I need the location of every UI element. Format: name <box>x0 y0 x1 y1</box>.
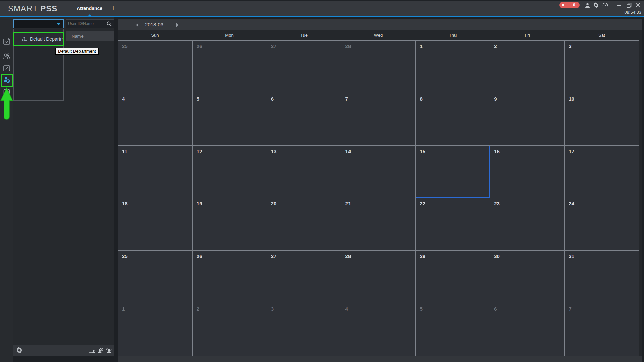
user-icon[interactable] <box>585 2 590 8</box>
titlebar: SMART PSS Attendance + 0 08:54:33 <box>0 0 644 17</box>
calendar-cell[interactable]: 13 <box>267 146 341 198</box>
dropdown-item-default-department[interactable]: Default Department <box>14 33 63 45</box>
calendar-cell[interactable]: 5 <box>416 303 490 356</box>
calendar-cell[interactable]: 25 <box>118 251 192 303</box>
day-number: 9 <box>494 96 497 102</box>
day-header-fri: Fri <box>490 30 565 40</box>
calendar-cell-selected[interactable]: 15 <box>416 146 490 198</box>
close-icon[interactable] <box>635 3 640 8</box>
day-number: 17 <box>569 148 574 154</box>
calendar-cell[interactable]: 30 <box>490 251 564 303</box>
calendar-cell[interactable]: 4 <box>118 93 192 145</box>
calendar-cell[interactable]: 18 <box>118 198 192 250</box>
day-header-mon: Mon <box>192 30 267 40</box>
calendar-cell[interactable]: 1 <box>416 41 490 93</box>
calendar-cell[interactable]: 6 <box>267 93 341 145</box>
calendar-cell[interactable]: 12 <box>193 146 267 198</box>
calendar-cell[interactable]: 24 <box>565 198 639 250</box>
calendar-cell[interactable]: 28 <box>341 251 416 303</box>
department-combobox[interactable] <box>13 19 64 28</box>
restore-icon[interactable] <box>627 3 632 8</box>
personnel-icon[interactable] <box>3 52 10 60</box>
calendar-cell[interactable]: 27 <box>267 251 341 303</box>
calendar-cell[interactable]: 6 <box>490 303 564 356</box>
day-number: 27 <box>271 253 277 259</box>
day-number: 13 <box>271 148 277 154</box>
calendar-person-icon[interactable] <box>89 347 95 354</box>
calendar-cell[interactable]: 5 <box>193 93 267 145</box>
calendar-cell[interactable]: 17 <box>565 146 639 198</box>
calendar-cell[interactable]: 22 <box>416 198 490 250</box>
person-clock-icon[interactable] <box>97 347 104 354</box>
day-number: 19 <box>197 201 202 206</box>
attendance-calendar: 2018-03 SunMonTueWedThuFriSat 2526272812… <box>118 19 642 356</box>
gear-icon[interactable] <box>593 2 599 8</box>
person-sync-icon[interactable] <box>105 347 112 354</box>
active-tab-indicator <box>87 14 92 17</box>
next-month-button[interactable] <box>176 23 179 27</box>
day-number: 5 <box>420 306 422 312</box>
calendar-cell[interactable]: 10 <box>565 93 639 145</box>
shift-calendar-edit-icon[interactable] <box>3 64 10 72</box>
prev-month-button[interactable] <box>136 23 138 27</box>
module-sidebar <box>0 17 13 362</box>
minimize-icon[interactable] <box>616 3 622 8</box>
day-number: 25 <box>122 43 128 49</box>
search-box <box>66 19 114 28</box>
day-number: 28 <box>345 43 351 49</box>
gauge-icon[interactable] <box>602 2 608 8</box>
tab-attendance[interactable]: Attendance <box>74 0 105 16</box>
calendar-cell[interactable]: 26 <box>193 41 267 93</box>
calendar-cell[interactable]: 3 <box>267 303 341 356</box>
attendance-person-clock-icon[interactable] <box>3 76 10 83</box>
calendar-cell[interactable]: 9 <box>490 93 564 145</box>
calendar-cell[interactable]: 2 <box>490 41 564 93</box>
calendar-cell[interactable]: 21 <box>341 198 416 250</box>
calendar-grid: 2526272812345678910111213141516171819202… <box>118 40 639 356</box>
calendar-nav: 2018-03 <box>118 19 642 30</box>
day-number: 1 <box>420 43 422 49</box>
bottom-strip <box>118 356 642 362</box>
calendar-cell[interactable]: 1 <box>118 303 192 356</box>
dropdown-item-label: Default Department <box>30 36 63 42</box>
day-number: 2 <box>197 306 199 312</box>
day-number: 26 <box>197 253 202 259</box>
day-number: 2 <box>494 43 497 49</box>
calendar-cell[interactable]: 28 <box>341 41 416 93</box>
calendar-cell[interactable]: 7 <box>341 93 416 145</box>
calendar-cell[interactable]: 8 <box>416 93 490 145</box>
day-header-sun: Sun <box>118 30 192 40</box>
app-logo: SMART PSS <box>8 4 57 13</box>
panel-toolbar <box>13 345 114 356</box>
day-number: 12 <box>197 148 202 154</box>
day-number: 10 <box>569 96 574 102</box>
alarm-badge[interactable]: 0 <box>559 2 580 8</box>
calendar-cell[interactable]: 3 <box>565 41 639 93</box>
calendar-cell[interactable]: 27 <box>267 41 341 93</box>
calendar-cell[interactable]: 20 <box>267 198 341 250</box>
list-header-name: Name <box>66 31 114 41</box>
search-input[interactable] <box>68 20 105 27</box>
calendar-cell[interactable]: 29 <box>416 251 490 303</box>
attendance-check-calendar-icon[interactable] <box>3 38 10 45</box>
calendar-cell[interactable]: 19 <box>193 198 267 250</box>
calendar-cell[interactable]: 7 <box>565 303 639 356</box>
new-tab-button[interactable]: + <box>111 3 116 13</box>
calendar-cell[interactable]: 31 <box>565 251 639 303</box>
calendar-cell[interactable]: 11 <box>118 146 192 198</box>
personnel-panel: Name Default Department <box>13 17 114 356</box>
calendar-cell[interactable]: 14 <box>341 146 416 198</box>
day-number: 22 <box>420 201 425 206</box>
calendar-cell[interactable]: 26 <box>193 251 267 303</box>
report-card-icon[interactable] <box>3 88 10 96</box>
day-number: 15 <box>420 148 425 154</box>
day-number: 24 <box>569 201 574 206</box>
calendar-cell[interactable]: 16 <box>490 146 564 198</box>
calendar-cell[interactable]: 25 <box>118 41 192 93</box>
search-icon[interactable] <box>106 21 112 27</box>
calendar-cell[interactable]: 23 <box>490 198 564 250</box>
calendar-cell[interactable]: 4 <box>341 303 416 356</box>
settings-gear-icon[interactable] <box>16 347 23 354</box>
calendar-cell[interactable]: 2 <box>193 303 267 356</box>
day-number: 6 <box>494 306 497 312</box>
